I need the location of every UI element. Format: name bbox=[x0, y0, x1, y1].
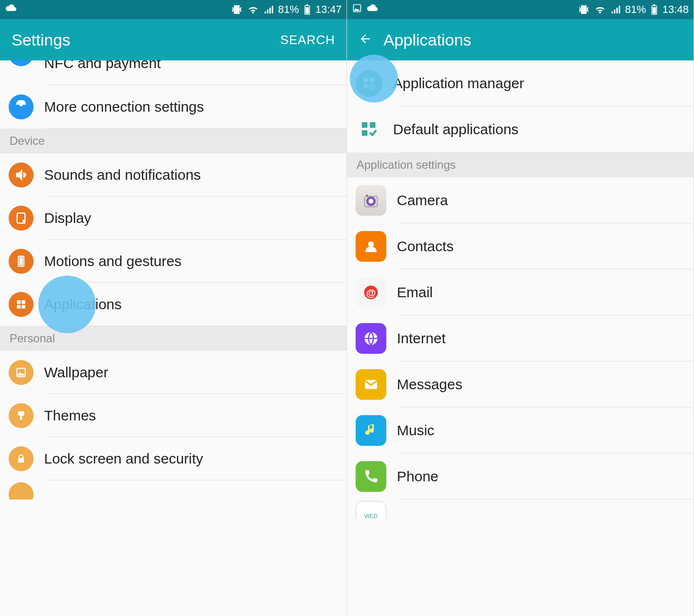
row-label: Application manager bbox=[393, 75, 524, 92]
battery-icon bbox=[304, 4, 311, 15]
page-title: Applications bbox=[383, 31, 471, 49]
contacts-icon bbox=[356, 231, 386, 262]
row-label: NFC and payment bbox=[44, 60, 161, 71]
svg-point-33 bbox=[368, 242, 374, 247]
svg-rect-13 bbox=[22, 305, 25, 309]
row-truncated-bottom[interactable] bbox=[0, 480, 347, 500]
row-label: Themes bbox=[44, 407, 96, 424]
camera-icon bbox=[356, 185, 386, 216]
music-icon bbox=[356, 415, 386, 446]
row-label: Display bbox=[44, 210, 91, 226]
row-camera[interactable]: Camera bbox=[347, 177, 694, 223]
row-applications[interactable]: Applications bbox=[0, 283, 347, 326]
wifi-icon bbox=[247, 5, 259, 14]
svg-rect-15 bbox=[18, 411, 24, 416]
row-label: More connection settings bbox=[44, 99, 204, 115]
cloud-icon bbox=[5, 3, 17, 16]
svg-point-32 bbox=[366, 195, 368, 197]
clock-text: 13:48 bbox=[662, 3, 689, 16]
section-device: Device bbox=[0, 128, 347, 153]
phone-icon bbox=[356, 461, 386, 492]
row-truncated-bottom[interactable]: WED bbox=[347, 500, 694, 519]
settings-app-bar: Settings SEARCH bbox=[0, 19, 347, 60]
svg-rect-9 bbox=[20, 257, 23, 265]
svg-rect-22 bbox=[370, 78, 374, 82]
privacy-icon bbox=[9, 482, 34, 500]
wifi-icon bbox=[594, 5, 606, 14]
row-nfc[interactable]: NFC and payment bbox=[0, 60, 347, 85]
row-label: Wallpaper bbox=[44, 364, 108, 381]
row-label: Phone bbox=[397, 468, 439, 485]
svg-rect-21 bbox=[364, 78, 368, 82]
svg-rect-2 bbox=[305, 7, 309, 14]
vibrate-icon bbox=[578, 5, 590, 14]
row-label: Contacts bbox=[397, 238, 453, 255]
svg-rect-28 bbox=[362, 130, 368, 136]
row-lock-screen[interactable]: Lock screen and security bbox=[0, 437, 347, 480]
messages-icon bbox=[356, 369, 386, 400]
email-icon: @ bbox=[356, 277, 386, 308]
default-apps-icon bbox=[356, 116, 382, 143]
row-label: Camera bbox=[397, 192, 448, 209]
lock-icon bbox=[9, 446, 34, 471]
row-phone[interactable]: Phone bbox=[347, 453, 694, 500]
back-button[interactable] bbox=[359, 32, 372, 47]
svg-rect-23 bbox=[364, 84, 368, 88]
signal-icon bbox=[264, 5, 273, 14]
svg-rect-1 bbox=[306, 4, 308, 6]
svg-rect-27 bbox=[370, 122, 376, 128]
row-label: Motions and gestures bbox=[44, 253, 182, 269]
nfc-icon bbox=[9, 60, 34, 66]
wallpaper-icon bbox=[9, 360, 34, 385]
row-app-manager[interactable]: Application manager bbox=[347, 60, 694, 106]
battery-percent: 81% bbox=[278, 3, 299, 16]
row-label: Default applications bbox=[393, 121, 519, 138]
gesture-icon bbox=[9, 249, 34, 274]
row-internet[interactable]: Internet bbox=[347, 315, 694, 361]
svg-point-7 bbox=[23, 220, 25, 222]
svg-rect-19 bbox=[653, 4, 655, 6]
row-motions[interactable]: Motions and gestures bbox=[0, 240, 347, 283]
row-display[interactable]: Display bbox=[0, 197, 347, 240]
vibrate-icon bbox=[231, 5, 243, 14]
globe-icon bbox=[356, 323, 386, 354]
battery-icon bbox=[651, 4, 658, 15]
apps-icon bbox=[9, 292, 34, 317]
svg-rect-16 bbox=[20, 416, 22, 420]
status-bar: 81% 13:47 bbox=[0, 0, 347, 19]
svg-point-30 bbox=[369, 199, 373, 204]
svg-point-25 bbox=[371, 85, 373, 87]
applications-screen: 81% 13:48 Applications Application manag… bbox=[347, 0, 694, 616]
settings-list: NFC and payment More connection settings… bbox=[0, 60, 347, 500]
row-label: Applications bbox=[44, 296, 122, 313]
row-themes[interactable]: Themes bbox=[0, 394, 347, 437]
svg-rect-26 bbox=[362, 122, 368, 128]
clock-text: 13:47 bbox=[315, 3, 342, 16]
page-title: Settings bbox=[12, 31, 70, 49]
row-wallpaper[interactable]: Wallpaper bbox=[0, 351, 347, 394]
row-label: Email bbox=[397, 284, 433, 301]
settings-screen: 81% 13:47 Settings SEARCH NFC and paymen… bbox=[0, 0, 347, 616]
section-personal: Personal bbox=[0, 326, 347, 351]
row-email[interactable]: @ Email bbox=[347, 269, 694, 315]
svg-point-5 bbox=[20, 104, 23, 106]
cloud-icon bbox=[366, 3, 379, 16]
row-sounds[interactable]: Sounds and notifications bbox=[0, 153, 347, 197]
row-music[interactable]: Music bbox=[347, 407, 694, 453]
applications-list: Application manager Default applications… bbox=[347, 60, 694, 519]
row-label: Internet bbox=[397, 330, 446, 347]
row-default-apps[interactable]: Default applications bbox=[347, 106, 694, 152]
svg-rect-12 bbox=[17, 305, 21, 309]
status-bar: 81% 13:48 bbox=[347, 0, 694, 19]
row-messages[interactable]: Messages bbox=[347, 361, 694, 407]
app-manager-icon bbox=[356, 70, 382, 97]
row-label: Sounds and notifications bbox=[44, 167, 201, 183]
speaker-icon bbox=[9, 163, 34, 187]
themes-icon bbox=[9, 403, 34, 428]
row-label: Messages bbox=[397, 376, 463, 393]
row-more-connection[interactable]: More connection settings bbox=[0, 85, 347, 128]
row-label: Music bbox=[397, 422, 434, 439]
row-label: Lock screen and security bbox=[44, 451, 203, 467]
row-contacts[interactable]: Contacts bbox=[347, 223, 694, 269]
search-action[interactable]: SEARCH bbox=[280, 33, 335, 47]
